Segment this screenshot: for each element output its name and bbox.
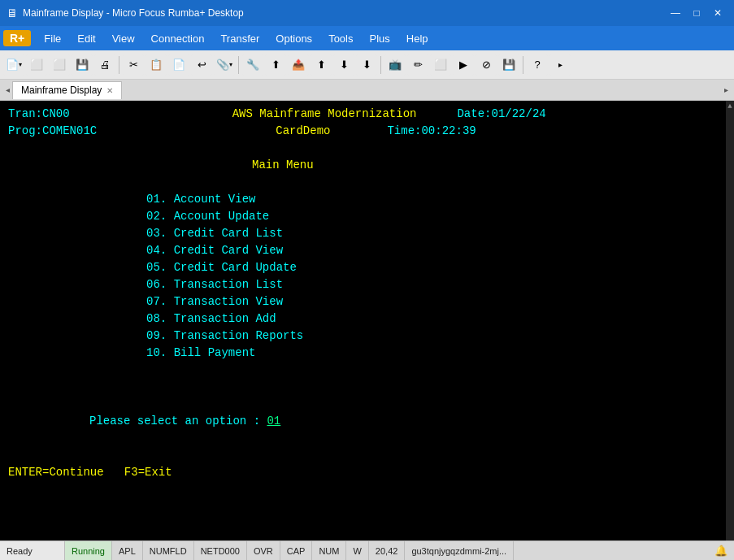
menu-connection[interactable]: Connection [143,29,213,48]
menu-edit[interactable]: Edit [69,29,103,48]
spacer-m7 [8,293,146,310]
menu-transfer[interactable]: Transfer [212,29,267,48]
status-numfld: NUMFLD [143,541,194,560]
close-button[interactable]: ✕ [708,5,727,21]
tab-mainframe-display[interactable]: Mainframe Display ✕ [12,81,122,99]
tab-close-button[interactable]: ✕ [106,86,113,95]
terminal-row-blank-2 [8,174,726,191]
menu-num-7: 07. [146,293,167,310]
menu-help[interactable]: Help [398,29,436,48]
tb-upload1[interactable]: ⬆ [265,54,286,76]
tb-save[interactable]: 💾 [72,54,93,76]
spacer-prompt [8,413,89,430]
terminal-row-blank-5 [8,396,726,413]
menu-plus[interactable]: Plus [361,29,397,48]
status-ovr: OVR [247,541,280,560]
menu-num-8: 08. [146,310,167,328]
tb-print[interactable]: 🖨 [94,54,115,76]
spacer-2 [416,106,457,123]
menu-num-6: 06. [146,276,167,293]
tb-undo[interactable]: ↩ [191,54,212,76]
menu-view[interactable]: View [104,29,143,48]
menu-label-1: Account View [174,191,256,208]
terminal-row-blank-4 [8,379,726,396]
status-session: gu3tqnjygqzdmmi-2mj... [405,541,514,560]
minimize-button[interactable]: — [666,5,685,21]
menu-item-8: 08. Transaction Add [8,310,726,328]
menu-label-9: Transaction Reports [174,328,304,345]
tb-copy[interactable]: 📋 [145,54,167,76]
terminal-area[interactable]: Tran: CN00 AWS Mainframe Modernization D… [0,101,734,540]
tb-more[interactable]: ▸ [549,54,571,76]
title-bar-controls: — □ ✕ [666,5,727,21]
spacer-m2 [8,208,146,225]
tb-download1[interactable]: ⬇ [333,54,354,76]
tb-upload3[interactable]: ⬆ [311,54,332,76]
tb-stop[interactable]: ⊘ [476,54,497,76]
spacer-m5 [8,259,146,276]
menu-label-10: Bill Payment [174,345,256,362]
tb-play[interactable]: ▶ [453,54,474,76]
spacer-m3 [8,225,146,242]
tb-hotspot[interactable]: 🔧 [242,54,263,76]
menu-options[interactable]: Options [267,29,320,48]
tb-help[interactable]: ? [527,54,548,76]
status-num: NUM [312,541,346,560]
tb-edit[interactable]: ✏ [407,54,428,76]
status-running: Running [65,541,112,560]
menu-item-3: 03. Credit Card List [8,225,726,242]
terminal-scrollbar[interactable]: ▲ [726,101,734,540]
menu-num-5: 05. [146,259,167,276]
menu-file[interactable]: File [36,29,69,48]
date-label: Date: [457,106,491,123]
tb-paste[interactable]: 📄 [168,54,189,76]
tb-save2[interactable]: 💾 [498,54,519,76]
spacer-1 [70,106,232,123]
tb-open2[interactable]: ⬜ [49,54,70,76]
maximize-button[interactable]: □ [687,5,706,21]
tb-upload2[interactable]: 📤 [288,54,309,76]
menu-num-1: 01. [146,191,167,208]
tb-new[interactable]: 📄▾ [3,54,24,76]
tab-bar: ◂ Mainframe Display ✕ ▸ [0,80,734,101]
input-value[interactable]: 01 [267,413,280,430]
menu-label-4: Credit Card View [174,242,283,259]
tab-scroll-left[interactable]: ◂ [3,85,12,94]
menu-title: Main Menu [252,157,314,174]
menu-num-2: 02. [146,208,167,225]
spacer-m1 [8,191,146,208]
menu-num-10: 10. [146,345,167,362]
tb-screen[interactable]: 📺 [384,54,406,76]
app-icon: 🖥 [7,7,18,20]
tb-attach[interactable]: 📎▾ [214,54,235,76]
tb-box[interactable]: ⬜ [430,54,451,76]
bell-icon[interactable]: 🔔 [708,545,734,557]
tb-cut[interactable]: ✂ [123,54,144,76]
prog-value: COMEN01C [42,123,97,140]
prompt-text: Please select an option : [89,413,260,430]
prog-label: Prog: [8,123,42,140]
menu-item-7: 07. Transaction View [8,293,726,310]
tab-scroll-right[interactable]: ▸ [722,85,731,94]
terminal-row-blank-6 [8,430,726,447]
menu-num-4: 04. [146,242,167,259]
terminal-screen: Tran: CN00 AWS Mainframe Modernization D… [0,101,734,540]
spacer-m10 [8,345,146,362]
rplus-logo: R+ [3,30,31,46]
menu-label-3: Credit Card List [174,225,283,242]
tb-open[interactable]: ⬜ [26,54,47,76]
status-bar: Ready Running APL NUMFLD NETD000 OVR CAP… [0,540,734,560]
spacer-m6 [8,276,146,293]
spacer-m4 [8,242,146,259]
tab-label: Mainframe Display [21,85,102,96]
status-w: W [346,541,368,560]
terminal-row-blank-1 [8,140,726,157]
menu-tools[interactable]: Tools [320,29,361,48]
scroll-up-arrow[interactable]: ▲ [727,101,732,112]
status-apl: APL [112,541,143,560]
terminal-row-blank-7 [8,447,726,464]
terminal-row-2: Prog: COMEN01C CardDemo Time: 00:22:39 [8,123,726,140]
tb-separator-4 [523,56,523,74]
tb-download2[interactable]: ⬇ [356,54,377,76]
tran-label: Tran: [8,106,42,123]
